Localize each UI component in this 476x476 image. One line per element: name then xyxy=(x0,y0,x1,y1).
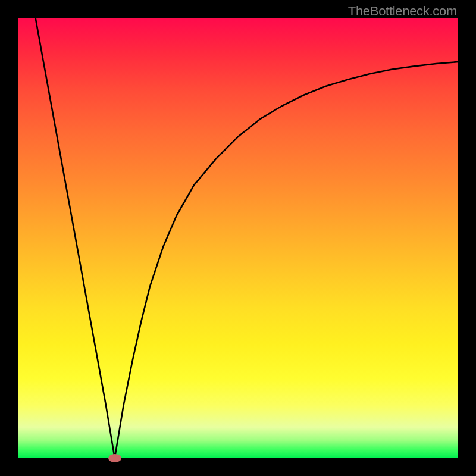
watermark-text: TheBottleneck.com xyxy=(348,4,457,19)
bottleneck-curve xyxy=(18,18,458,458)
chart-frame: TheBottleneck.com xyxy=(0,0,476,476)
minimum-marker xyxy=(108,454,121,462)
plot-area xyxy=(18,18,458,458)
